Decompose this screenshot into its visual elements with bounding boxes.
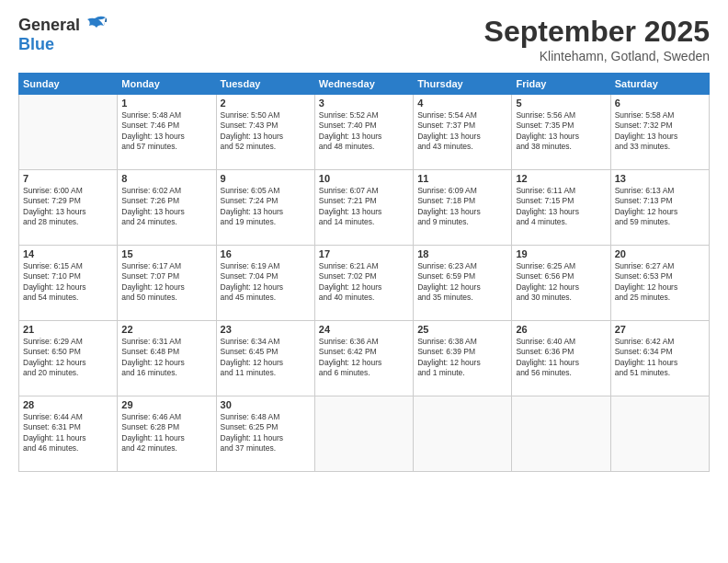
- day-number: 23: [221, 324, 311, 335]
- day-info: Sunrise: 6:07 AMSunset: 7:21 PMDaylight:…: [319, 186, 409, 228]
- calendar-cell: 30Sunrise: 6:48 AMSunset: 6:25 PMDayligh…: [216, 396, 314, 472]
- day-info: Sunrise: 5:54 AMSunset: 7:37 PMDaylight:…: [417, 110, 507, 153]
- calendar-cell: [19, 95, 118, 170]
- day-info: Sunrise: 5:48 AMSunset: 7:46 PMDaylight:…: [121, 110, 211, 153]
- day-number: 12: [516, 173, 606, 184]
- day-number: 16: [221, 248, 311, 259]
- day-number: 17: [319, 248, 409, 259]
- day-info: Sunrise: 6:44 AMSunset: 6:31 PMDaylight:…: [23, 412, 113, 454]
- day-number: 11: [417, 173, 507, 184]
- calendar-cell: 26Sunrise: 6:40 AMSunset: 6:36 PMDayligh…: [512, 321, 610, 396]
- calendar-cell: 16Sunrise: 6:19 AMSunset: 7:04 PMDayligh…: [216, 246, 314, 321]
- month-title: September 2025: [484, 15, 710, 49]
- col-saturday: Saturday: [610, 74, 709, 95]
- calendar-cell: 17Sunrise: 6:21 AMSunset: 7:02 PMDayligh…: [314, 246, 413, 321]
- day-number: 18: [417, 248, 507, 259]
- calendar-cell: 25Sunrise: 6:38 AMSunset: 6:39 PMDayligh…: [414, 321, 512, 396]
- day-info: Sunrise: 6:19 AMSunset: 7:04 PMDaylight:…: [221, 261, 311, 304]
- day-number: 21: [23, 324, 113, 335]
- logo-bird-icon: [82, 15, 108, 35]
- calendar-cell: 10Sunrise: 6:07 AMSunset: 7:21 PMDayligh…: [314, 170, 413, 246]
- col-sunday: Sunday: [19, 74, 118, 95]
- col-friday: Friday: [512, 74, 610, 95]
- day-number: 14: [23, 248, 113, 259]
- day-number: 27: [615, 324, 705, 335]
- day-info: Sunrise: 6:34 AMSunset: 6:45 PMDaylight:…: [221, 337, 311, 379]
- calendar-cell: 15Sunrise: 6:17 AMSunset: 7:07 PMDayligh…: [118, 246, 216, 321]
- calendar-cell: 18Sunrise: 6:23 AMSunset: 6:59 PMDayligh…: [414, 246, 512, 321]
- day-info: Sunrise: 6:27 AMSunset: 6:53 PMDaylight:…: [615, 261, 705, 304]
- calendar-table: Sunday Monday Tuesday Wednesday Thursday…: [18, 73, 710, 472]
- day-info: Sunrise: 6:48 AMSunset: 6:25 PMDaylight:…: [221, 412, 311, 454]
- day-info: Sunrise: 6:38 AMSunset: 6:39 PMDaylight:…: [417, 337, 507, 379]
- day-number: 29: [121, 399, 211, 410]
- col-thursday: Thursday: [414, 74, 512, 95]
- calendar-cell: 4Sunrise: 5:54 AMSunset: 7:37 PMDaylight…: [414, 95, 512, 170]
- calendar-cell: 14Sunrise: 6:15 AMSunset: 7:10 PMDayligh…: [19, 246, 118, 321]
- day-info: Sunrise: 6:02 AMSunset: 7:26 PMDaylight:…: [121, 186, 211, 228]
- calendar-cell: 22Sunrise: 6:31 AMSunset: 6:48 PMDayligh…: [118, 321, 216, 396]
- day-info: Sunrise: 6:46 AMSunset: 6:28 PMDaylight:…: [121, 412, 211, 454]
- day-number: 30: [221, 399, 311, 410]
- calendar-cell: 12Sunrise: 6:11 AMSunset: 7:15 PMDayligh…: [512, 170, 610, 246]
- day-info: Sunrise: 6:15 AMSunset: 7:10 PMDaylight:…: [23, 261, 113, 304]
- day-number: 19: [516, 248, 606, 259]
- calendar-cell: 2Sunrise: 5:50 AMSunset: 7:43 PMDaylight…: [216, 95, 314, 170]
- day-number: 28: [23, 399, 113, 410]
- day-number: 5: [516, 98, 606, 109]
- calendar-week-5: 28Sunrise: 6:44 AMSunset: 6:31 PMDayligh…: [19, 396, 710, 472]
- day-info: Sunrise: 6:42 AMSunset: 6:34 PMDaylight:…: [615, 337, 705, 379]
- day-info: Sunrise: 6:40 AMSunset: 6:36 PMDaylight:…: [516, 337, 606, 379]
- logo: General Blue: [18, 15, 108, 54]
- day-info: Sunrise: 6:29 AMSunset: 6:50 PMDaylight:…: [23, 337, 113, 379]
- header: General Blue September 2025 Klintehamn, …: [18, 15, 710, 63]
- calendar-cell: 7Sunrise: 6:00 AMSunset: 7:29 PMDaylight…: [19, 170, 118, 246]
- day-number: 13: [615, 173, 705, 184]
- logo-blue-text: Blue: [18, 35, 54, 54]
- calendar-cell: 8Sunrise: 6:02 AMSunset: 7:26 PMDaylight…: [118, 170, 216, 246]
- calendar-cell: 1Sunrise: 5:48 AMSunset: 7:46 PMDaylight…: [118, 95, 216, 170]
- calendar-cell: 20Sunrise: 6:27 AMSunset: 6:53 PMDayligh…: [610, 246, 709, 321]
- day-number: 10: [319, 173, 409, 184]
- calendar-cell: [610, 396, 709, 472]
- col-monday: Monday: [118, 74, 216, 95]
- calendar-week-1: 1Sunrise: 5:48 AMSunset: 7:46 PMDaylight…: [19, 95, 710, 170]
- calendar-cell: 11Sunrise: 6:09 AMSunset: 7:18 PMDayligh…: [414, 170, 512, 246]
- calendar-cell: 24Sunrise: 6:36 AMSunset: 6:42 PMDayligh…: [314, 321, 413, 396]
- day-info: Sunrise: 6:11 AMSunset: 7:15 PMDaylight:…: [516, 186, 606, 228]
- col-tuesday: Tuesday: [216, 74, 314, 95]
- day-number: 15: [121, 248, 211, 259]
- calendar-cell: 28Sunrise: 6:44 AMSunset: 6:31 PMDayligh…: [19, 396, 118, 472]
- day-info: Sunrise: 6:31 AMSunset: 6:48 PMDaylight:…: [121, 337, 211, 379]
- day-info: Sunrise: 6:05 AMSunset: 7:24 PMDaylight:…: [221, 186, 311, 228]
- day-info: Sunrise: 6:13 AMSunset: 7:13 PMDaylight:…: [615, 186, 705, 228]
- day-info: Sunrise: 6:00 AMSunset: 7:29 PMDaylight:…: [23, 186, 113, 228]
- col-wednesday: Wednesday: [314, 74, 413, 95]
- day-info: Sunrise: 5:52 AMSunset: 7:40 PMDaylight:…: [319, 110, 409, 153]
- calendar-cell: [512, 396, 610, 472]
- day-info: Sunrise: 6:25 AMSunset: 6:56 PMDaylight:…: [516, 261, 606, 304]
- day-number: 22: [121, 324, 211, 335]
- day-info: Sunrise: 6:23 AMSunset: 6:59 PMDaylight:…: [417, 261, 507, 304]
- calendar-header-row: Sunday Monday Tuesday Wednesday Thursday…: [19, 74, 710, 95]
- day-number: 3: [319, 98, 409, 109]
- day-info: Sunrise: 6:17 AMSunset: 7:07 PMDaylight:…: [121, 261, 211, 304]
- day-number: 4: [417, 98, 507, 109]
- day-number: 9: [221, 173, 311, 184]
- calendar-cell: 3Sunrise: 5:52 AMSunset: 7:40 PMDaylight…: [314, 95, 413, 170]
- calendar-cell: 27Sunrise: 6:42 AMSunset: 6:34 PMDayligh…: [610, 321, 709, 396]
- calendar-cell: 13Sunrise: 6:13 AMSunset: 7:13 PMDayligh…: [610, 170, 709, 246]
- day-info: Sunrise: 5:58 AMSunset: 7:32 PMDaylight:…: [615, 110, 705, 153]
- calendar-week-3: 14Sunrise: 6:15 AMSunset: 7:10 PMDayligh…: [19, 246, 710, 321]
- calendar-cell: 21Sunrise: 6:29 AMSunset: 6:50 PMDayligh…: [19, 321, 118, 396]
- calendar-cell: 23Sunrise: 6:34 AMSunset: 6:45 PMDayligh…: [216, 321, 314, 396]
- day-number: 20: [615, 248, 705, 259]
- calendar-cell: 6Sunrise: 5:58 AMSunset: 7:32 PMDaylight…: [610, 95, 709, 170]
- calendar-week-4: 21Sunrise: 6:29 AMSunset: 6:50 PMDayligh…: [19, 321, 710, 396]
- calendar-cell: 19Sunrise: 6:25 AMSunset: 6:56 PMDayligh…: [512, 246, 610, 321]
- day-number: 7: [23, 173, 113, 184]
- day-number: 26: [516, 324, 606, 335]
- day-number: 2: [221, 98, 311, 109]
- day-number: 6: [615, 98, 705, 109]
- day-info: Sunrise: 5:50 AMSunset: 7:43 PMDaylight:…: [221, 110, 311, 153]
